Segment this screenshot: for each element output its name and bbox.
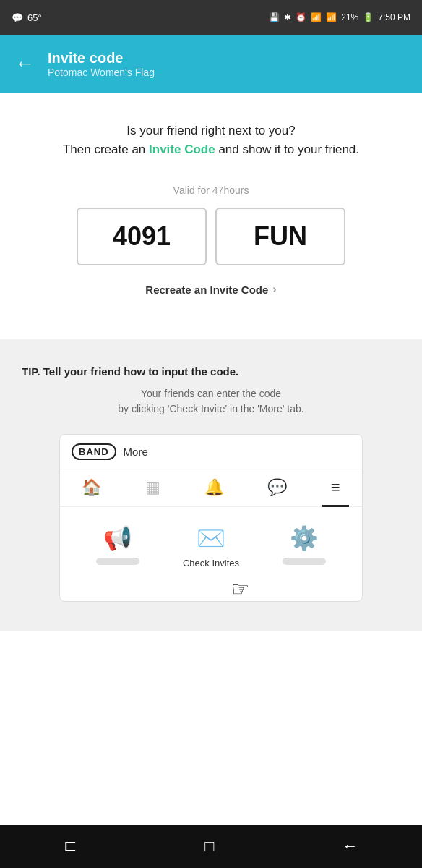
band-logo: BAND	[72, 443, 116, 460]
header-subtitle: Potomac Women's Flag	[48, 67, 155, 78]
tip-desc-line2: by clicking 'Check Invite' in the 'More'…	[118, 403, 303, 414]
mini-nav: 🏠 ▦ 🔔 💬 ≡	[60, 469, 362, 507]
mini-ui-mockup: BAND More 🏠 ▦ 🔔 💬 ≡ 📢 ✉️ Check Invites ⚙…	[59, 434, 363, 602]
mini-more-label: More	[124, 446, 148, 458]
recreate-link[interactable]: Recreate an Invite Code ›	[22, 283, 400, 296]
battery-icon: 🔋	[363, 12, 374, 22]
mini-grid-check-invites[interactable]: ✉️ Check Invites	[165, 524, 258, 569]
code-boxes: 4091 FUN	[22, 208, 400, 265]
mini-header: BAND More	[60, 435, 362, 469]
check-invites-label: Check Invites	[183, 558, 239, 569]
settings-bar	[283, 558, 326, 565]
mini-nav-bell: 🔔	[196, 475, 233, 500]
intro-line2-suffix: and show it to your friend.	[215, 142, 359, 156]
recreate-label: Recreate an Invite Code	[145, 284, 268, 296]
intro-line1: Is your friend right next to you?	[126, 124, 295, 137]
intro-text: Is your friend right next to you? Then c…	[22, 122, 400, 158]
temperature: 65°	[27, 12, 42, 23]
mini-nav-more[interactable]: ≡	[322, 475, 349, 500]
code-number-box: 4091	[77, 208, 207, 265]
mini-nav-chat: 💬	[259, 475, 296, 500]
bottom-nav: ⊏ □ ←	[0, 825, 422, 868]
valid-label: Valid for 47hours	[22, 184, 400, 196]
battery-percent: 21%	[341, 12, 358, 22]
envelope-icon: ✉️	[197, 524, 225, 552]
announcements-bar	[96, 558, 139, 565]
sd-icon: 💾	[269, 12, 280, 22]
tip-title: TIP. Tell your friend how to input the c…	[22, 365, 400, 378]
header-text: Invite code Potomac Women's Flag	[48, 50, 155, 78]
tip-section: TIP. Tell your friend how to input the c…	[0, 339, 422, 631]
nav-back-button[interactable]: ⊏	[64, 837, 77, 856]
status-right: 💾 ✱ ⏰ 📶 📶 21% 🔋 7:50 PM	[269, 12, 410, 22]
invite-code-link[interactable]: Invite Code	[149, 142, 215, 156]
mini-nav-feed: ▦	[137, 475, 169, 500]
status-left: 💬 65°	[12, 12, 42, 23]
mini-grid: 📢 ✉️ Check Invites ⚙️	[60, 507, 362, 583]
chevron-right-icon: ›	[272, 283, 276, 296]
mini-grid-announcements: 📢	[72, 524, 165, 565]
nav-recents-button[interactable]: ←	[343, 837, 358, 856]
time: 7:50 PM	[378, 12, 410, 22]
nav-home-button[interactable]: □	[204, 837, 214, 856]
tip-desc-line1: Your friends can enter the code	[141, 388, 281, 399]
signal-icon: 📶	[326, 12, 337, 22]
header-title: Invite code	[48, 50, 155, 67]
header: ← Invite code Potomac Women's Flag	[0, 35, 422, 93]
cursor-hand-icon: ☞	[89, 577, 363, 601]
status-bar: 💬 65° 💾 ✱ ⏰ 📶 📶 21% 🔋 7:50 PM	[0, 0, 422, 35]
megaphone-icon: 📢	[103, 524, 132, 552]
mini-grid-settings: ⚙️	[257, 524, 350, 565]
back-button[interactable]: ←	[14, 54, 35, 74]
tip-desc: Your friends can enter the code by click…	[22, 386, 400, 417]
chat-icon: 💬	[12, 12, 23, 23]
intro-line2-prefix: Then create an	[63, 142, 149, 156]
bluetooth-icon: ✱	[284, 12, 291, 22]
alarm-icon: ⏰	[296, 12, 306, 22]
main-content: Is your friend right next to you? Then c…	[0, 93, 422, 318]
mini-nav-home: 🏠	[73, 475, 110, 500]
gear-icon: ⚙️	[290, 524, 319, 552]
code-word-box: FUN	[215, 208, 345, 265]
wifi-icon: 📶	[311, 12, 322, 22]
